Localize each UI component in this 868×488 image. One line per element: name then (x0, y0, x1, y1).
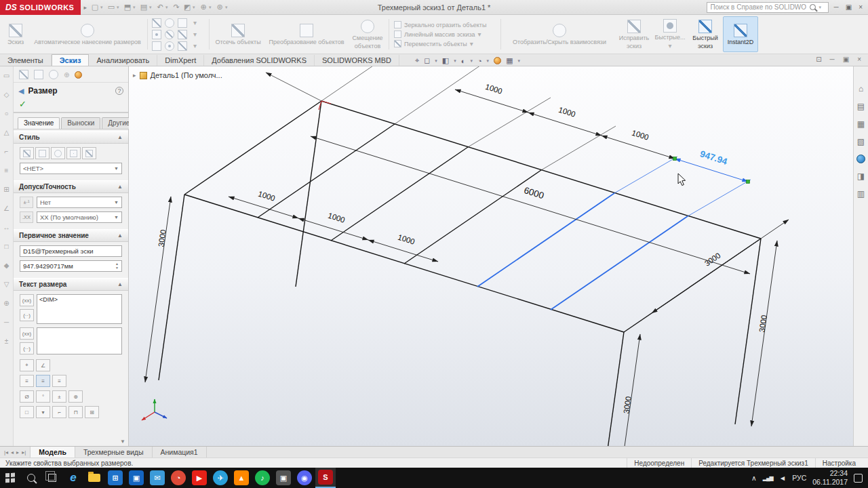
tool-icon[interactable]: ⊞ (3, 186, 9, 193)
chevron-down-icon[interactable]: ▾ (470, 58, 473, 64)
scroll-right-icon[interactable]: ▸ (16, 449, 19, 455)
style-default-button[interactable] (20, 147, 34, 159)
taskbar-app-edge[interactable]: e (63, 468, 83, 488)
taskbar-app-youtube[interactable]: ▶ (189, 468, 210, 488)
taskbar-app-vlc[interactable]: ▲ (231, 468, 252, 488)
edit-appearance-icon[interactable] (494, 57, 501, 64)
taskbar-app-explorer[interactable] (84, 468, 104, 488)
zoom-area-icon[interactable]: ◻ (424, 56, 430, 65)
tab-mbd[interactable]: SOLIDWORKS MBD (315, 55, 399, 66)
tool-icon[interactable]: ▭ (3, 72, 9, 79)
dimension-text-box[interactable]: <DIM> (37, 294, 122, 324)
dimtext-prefix-button[interactable]: (xx) (20, 294, 34, 306)
dimension-handle[interactable] (747, 180, 750, 184)
autodimension-button[interactable]: Автоматическое нанесение размеров (30, 16, 145, 52)
tool-icon[interactable]: □ (4, 243, 8, 250)
chevron-down-icon[interactable]: ▾ (478, 30, 481, 38)
centerline-tool-icon[interactable] (178, 41, 187, 51)
panel-scroll-down-icon[interactable]: ▼ (120, 439, 125, 445)
menu-expand-icon[interactable]: ▸ (83, 4, 87, 11)
taskbar-app-mail[interactable]: ✉ (147, 468, 167, 488)
featuremanager-tab-icon[interactable] (34, 70, 43, 79)
zoom-fit-icon[interactable]: ⌖ (415, 56, 419, 65)
scroll-left-icon[interactable]: ◂ (11, 449, 14, 455)
collapse-chevron-icon[interactable]: ▲ (117, 281, 123, 287)
value-tab[interactable]: Значение (18, 117, 60, 129)
sketch-canvas[interactable]: 1000 1000 1000 947.94 1000 1000 1000 600… (129, 66, 853, 446)
options-gear-icon[interactable]: ⊛ (214, 2, 225, 13)
chevron-down-icon[interactable]: ▾ (100, 5, 106, 10)
custom-status[interactable]: Настройка (815, 458, 863, 468)
collapse-chevron-icon[interactable]: ▲ (117, 184, 123, 190)
tool-icon[interactable]: ◆ (4, 262, 9, 269)
overall-dimension-line[interactable] (311, 136, 750, 274)
web-portal-icon[interactable] (856, 155, 865, 163)
doc-maximize-icon[interactable]: ▣ (843, 56, 849, 63)
leg-dimension-lines[interactable] (145, 197, 777, 446)
mirror-entities-button[interactable]: Зеркально отразить объекты (394, 21, 498, 28)
back-arrow-icon[interactable]: ◀ (18, 87, 24, 96)
tool-icon[interactable]: ◇ (4, 91, 9, 98)
open-document-icon[interactable]: ▭ (106, 2, 117, 13)
chevron-down-icon[interactable]: ▾ (193, 42, 197, 49)
display-relations-button[interactable]: Отобразить/Скрыть взаимосвязи (503, 16, 616, 52)
dimtext-suffix-button[interactable]: (··) (20, 309, 34, 321)
task-view-button[interactable] (42, 468, 62, 488)
justify-left-button[interactable]: ≡ (20, 375, 34, 387)
tab-evaluate[interactable]: Анализировать (89, 55, 157, 66)
taskbar-app-photos[interactable]: ▣ (126, 468, 146, 488)
dimension-labels[interactable]: 1000 1000 1000 947.94 1000 1000 1000 600… (157, 83, 768, 414)
tab-features[interactable]: Элементы (0, 55, 52, 66)
animation-tab[interactable]: Анимация1 (153, 447, 207, 458)
home-icon[interactable]: ⌂ (859, 84, 863, 94)
chevron-down-icon[interactable]: ▾ (487, 58, 490, 64)
tool-icon[interactable]: ↔ (3, 224, 10, 231)
chevron-down-icon[interactable]: ▾ (454, 58, 456, 64)
dimension-lines-top[interactable] (455, 89, 675, 159)
maximize-button[interactable]: ▣ (846, 3, 852, 11)
ok-checkmark-icon[interactable]: ✓ (19, 99, 26, 109)
chevron-down-icon[interactable]: ▾ (470, 40, 473, 47)
tool-icon[interactable]: ± (5, 338, 9, 345)
taskbar-app-camera[interactable]: ▣ (273, 468, 294, 488)
network-icon[interactable]: ▂▄▆ (763, 475, 773, 481)
select-icon[interactable]: ◩ (182, 2, 193, 13)
sketch-tool-button[interactable]: Эскиз (1, 16, 30, 52)
action-center-icon[interactable] (854, 474, 863, 483)
justify-right-button[interactable]: ≡ (52, 375, 66, 387)
dimension-value-field[interactable]: 947.94290717мм ▲▼ (20, 260, 122, 272)
taskbar-app-solidworks[interactable]: S (315, 468, 336, 488)
frame-cross-members[interactable] (258, 124, 541, 264)
square-symbol-button[interactable]: □ (20, 406, 34, 418)
dimension-name-field[interactable]: D15@Трехмерный эски (20, 245, 122, 257)
style-update-button[interactable] (51, 147, 65, 159)
scroll-first-icon[interactable]: |◂ (4, 449, 8, 455)
dimtext-below-button[interactable]: (··) (20, 342, 34, 354)
style-add-button[interactable] (35, 147, 50, 159)
minimize-button[interactable]: ─ (834, 3, 839, 11)
close-button[interactable]: × (859, 3, 863, 11)
chevron-down-icon[interactable]: ▾ (819, 5, 825, 10)
style-save-button[interactable] (66, 147, 81, 159)
line-tool-icon[interactable] (152, 18, 161, 28)
file-explorer-icon[interactable]: ▧ (857, 137, 865, 146)
scroll-last-icon[interactable]: ▸| (22, 449, 26, 455)
quick-snaps-button[interactable]: Быстрые... ▾ (652, 16, 688, 52)
design-library-icon[interactable]: ▦ (857, 119, 865, 129)
chevron-down-icon[interactable]: ▾ (435, 58, 437, 64)
instant2d-button[interactable]: Instant2D (723, 16, 758, 52)
new-document-icon[interactable]: ▢ (90, 2, 100, 13)
tool-icon[interactable]: ⊕ (3, 300, 9, 307)
convert-entities-button[interactable]: Преобразование объектов (264, 16, 349, 52)
dimension-handle[interactable] (673, 157, 677, 161)
style-section-header[interactable]: Стиль ▲ (14, 131, 128, 144)
style-load-button[interactable] (82, 147, 96, 159)
help-icon[interactable]: ? (115, 87, 123, 95)
doc-restore-icon[interactable]: ─ (830, 56, 835, 63)
taskbar-app-chrome[interactable]: ◔ (168, 468, 189, 488)
tab-scroll-buttons[interactable]: |◂ ◂ ▸ ▸| (0, 447, 31, 458)
plusminus-symbol-button[interactable]: ± (52, 390, 66, 403)
redo-icon[interactable]: ↷ (171, 2, 182, 13)
rapid-sketch-button[interactable]: Быстрый эскиз (688, 16, 723, 52)
3dviews-tab[interactable]: Трехмерные виды (75, 447, 153, 458)
